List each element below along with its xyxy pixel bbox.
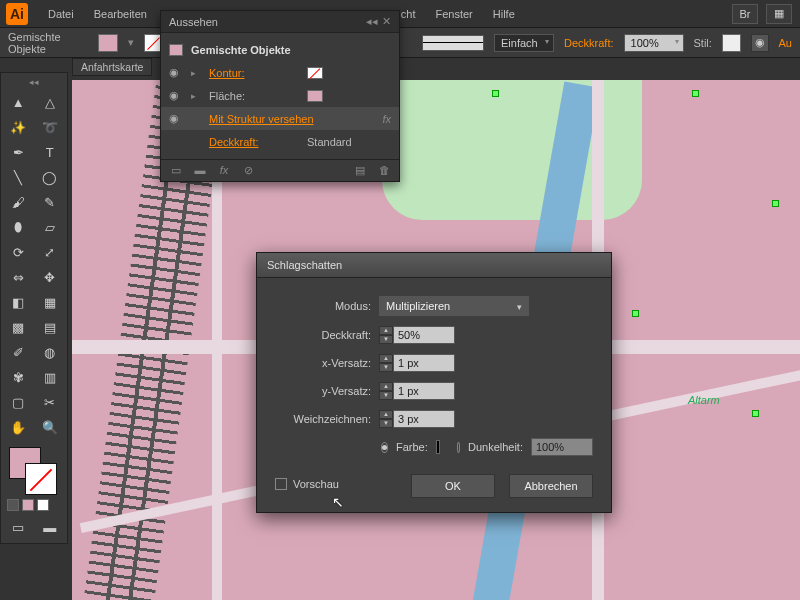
selection-handle[interactable]	[752, 410, 759, 417]
stroke-style[interactable]	[422, 35, 484, 51]
color-radio[interactable]	[381, 442, 388, 453]
visibility-icon[interactable]: ◉	[169, 112, 183, 125]
header-swatch	[169, 44, 183, 56]
stepper-up-icon[interactable]: ▲	[379, 326, 393, 335]
gradient-tool[interactable]: ▤	[35, 315, 66, 339]
rotate-tool[interactable]: ⟳	[3, 240, 34, 264]
mesh-tool[interactable]: ▩	[3, 315, 34, 339]
menu-file[interactable]: Datei	[40, 4, 82, 24]
stroke-label[interactable]: Kontur:	[209, 67, 299, 79]
selection-handle[interactable]	[692, 90, 699, 97]
stepper-up-icon[interactable]: ▲	[379, 410, 393, 419]
shape-tool[interactable]: ◯	[35, 165, 66, 189]
width-tool[interactable]: ⇔	[3, 265, 34, 289]
stroke-style-dd[interactable]: Einfach	[494, 34, 554, 52]
panel-tab[interactable]: Aussehen ◂◂✕	[161, 11, 399, 33]
panel-collapse-icon[interactable]: ◂◂	[366, 15, 378, 28]
color-mode-solid[interactable]	[7, 499, 19, 511]
scale-tool[interactable]: ⤢	[35, 240, 66, 264]
visibility-icon[interactable]: ◉	[169, 89, 183, 102]
new-stroke-icon[interactable]: ▭	[167, 164, 185, 177]
shape-builder-tool[interactable]: ◧	[3, 290, 34, 314]
bridge-icon[interactable]: Br	[732, 4, 758, 24]
arrange-icon[interactable]: ▦	[766, 4, 792, 24]
blend-tool[interactable]: ◍	[35, 340, 66, 364]
lasso-tool[interactable]: ➰	[35, 115, 66, 139]
free-transform-tool[interactable]: ✥	[35, 265, 66, 289]
stroke-color[interactable]	[25, 463, 57, 495]
new-fill-icon[interactable]: ▬	[191, 164, 209, 177]
opacity-label[interactable]: Deckkraft:	[209, 136, 299, 148]
opacity-value[interactable]: 100%	[624, 34, 684, 52]
stepper-up-icon[interactable]: ▲	[379, 354, 393, 363]
stepper-down-icon[interactable]: ▼	[379, 335, 393, 344]
stepper-down-icon[interactable]: ▼	[379, 419, 393, 428]
panel-close-icon[interactable]: ✕	[382, 15, 391, 28]
shadow-color-swatch[interactable]	[436, 440, 440, 454]
texture-effect[interactable]: Mit Struktur versehen	[209, 113, 374, 125]
color-mode-gradient[interactable]	[22, 499, 34, 511]
expand-icon[interactable]: ▸	[191, 68, 201, 78]
pencil-tool[interactable]: ✎	[35, 190, 66, 214]
add-effect-icon[interactable]: fx	[215, 164, 233, 177]
x-offset-input[interactable]	[393, 354, 455, 372]
duplicate-icon[interactable]: ▤	[351, 164, 369, 177]
menu-help[interactable]: Hilfe	[485, 4, 523, 24]
mode-select[interactable]: Multiplizieren	[379, 296, 529, 316]
line-tool[interactable]: ╲	[3, 165, 34, 189]
stroke-swatch[interactable]	[307, 67, 323, 79]
expand-icon[interactable]: ▸	[191, 91, 201, 101]
fx-icon[interactable]: fx	[382, 113, 391, 125]
stepper-up-icon[interactable]: ▲	[379, 382, 393, 391]
panel-footer: ▭ ▬ fx ⊘ ▤ 🗑	[161, 159, 399, 181]
pen-tool[interactable]: ✒	[3, 140, 34, 164]
clear-icon[interactable]: ⊘	[239, 164, 257, 177]
visibility-icon[interactable]: ◉	[169, 66, 183, 79]
blob-brush-tool[interactable]: ⬮	[3, 215, 34, 239]
magic-wand-tool[interactable]: ✨	[3, 115, 34, 139]
symbol-sprayer-tool[interactable]: ✾	[3, 365, 34, 389]
color-mode-none[interactable]	[37, 499, 49, 511]
opacity-input[interactable]	[393, 326, 455, 344]
screen-mode-full[interactable]: ▬	[35, 515, 66, 539]
stepper-down-icon[interactable]: ▼	[379, 363, 393, 372]
slice-tool[interactable]: ✂	[35, 390, 66, 414]
selection-handle[interactable]	[632, 310, 639, 317]
eraser-tool[interactable]: ▱	[35, 215, 66, 239]
menu-edit[interactable]: Bearbeiten	[86, 4, 155, 24]
type-tool[interactable]: T	[35, 140, 66, 164]
delete-icon[interactable]: 🗑	[375, 164, 393, 177]
eyedropper-tool[interactable]: ✐	[3, 340, 34, 364]
doc-tab-bar: Anfahrtskarte	[72, 58, 152, 76]
app-logo: Ai	[6, 3, 28, 25]
opacity-label[interactable]: Deckkraft:	[564, 37, 614, 49]
stepper-down-icon[interactable]: ▼	[379, 391, 393, 400]
fill-label[interactable]: Fläche:	[209, 90, 299, 102]
dialog-title[interactable]: Schlagschatten	[257, 253, 611, 278]
darkness-radio[interactable]	[457, 442, 460, 453]
style-swatch[interactable]	[722, 34, 741, 52]
blur-input[interactable]	[393, 410, 455, 428]
cancel-button[interactable]: Abbrechen	[509, 474, 593, 498]
perspective-tool[interactable]: ▦	[35, 290, 66, 314]
hand-tool[interactable]: ✋	[3, 415, 34, 439]
direct-selection-tool[interactable]: △	[35, 90, 66, 114]
brush-tool[interactable]: 🖌	[3, 190, 34, 214]
fill-swatch[interactable]	[307, 90, 323, 102]
selection-handle[interactable]	[772, 200, 779, 207]
selection-tool[interactable]: ▲	[3, 90, 34, 114]
selection-handle[interactable]	[492, 90, 499, 97]
doc-tab[interactable]: Anfahrtskarte	[72, 58, 152, 76]
toolbox-grip[interactable]: ◂◂	[3, 77, 65, 90]
ok-button[interactable]: OK	[411, 474, 495, 498]
preview-checkbox[interactable]	[275, 478, 287, 490]
graph-tool[interactable]: ▥	[35, 365, 66, 389]
screen-mode-normal[interactable]: ▭	[3, 515, 34, 539]
fill-swatch[interactable]	[98, 34, 117, 52]
au-label[interactable]: Au	[779, 37, 792, 49]
y-offset-input[interactable]	[393, 382, 455, 400]
artboard-tool[interactable]: ▢	[3, 390, 34, 414]
zoom-tool[interactable]: 🔍	[35, 415, 66, 439]
recolor-icon[interactable]: ◉	[751, 34, 768, 52]
menu-window[interactable]: Fenster	[427, 4, 480, 24]
